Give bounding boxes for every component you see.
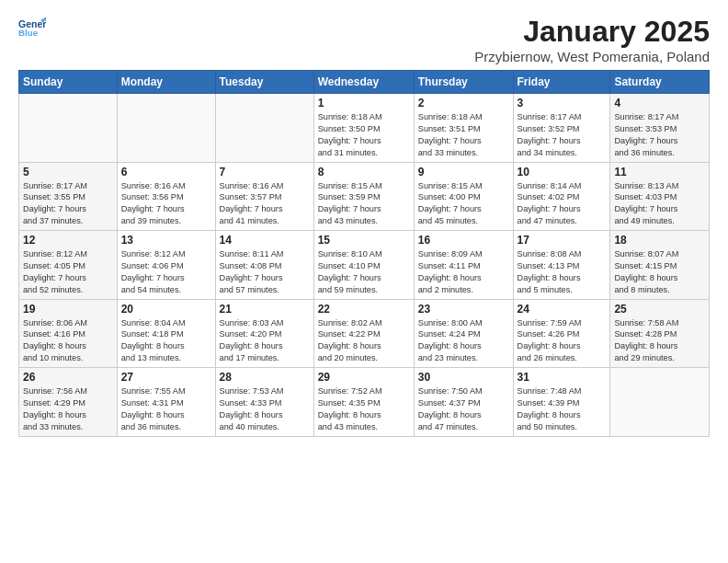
day-number: 24 <box>518 303 607 316</box>
day-number: 28 <box>220 371 310 384</box>
table-row: 29Sunrise: 7:52 AMSunset: 4:35 PMDayligh… <box>313 368 414 437</box>
day-info: Sunrise: 7:59 AMSunset: 4:26 PMDaylight:… <box>518 317 607 365</box>
day-info: Sunrise: 8:04 AMSunset: 4:18 PMDaylight:… <box>121 317 211 365</box>
table-row: 22Sunrise: 8:02 AMSunset: 4:22 PMDayligh… <box>313 299 414 368</box>
day-info: Sunrise: 7:58 AMSunset: 4:28 PMDaylight:… <box>614 317 705 365</box>
day-number: 12 <box>23 234 113 247</box>
header-wednesday: Wednesday <box>313 71 414 94</box>
day-number: 19 <box>23 303 113 316</box>
day-info: Sunrise: 8:08 AMSunset: 4:13 PMDaylight:… <box>518 248 607 296</box>
day-number: 20 <box>121 303 211 316</box>
day-info: Sunrise: 7:48 AMSunset: 4:39 PMDaylight:… <box>518 385 607 433</box>
day-info: Sunrise: 8:18 AMSunset: 3:51 PMDaylight:… <box>418 111 509 159</box>
calendar-subtitle: Przybiernow, West Pomerania, Poland <box>474 49 710 64</box>
day-number: 27 <box>121 371 211 384</box>
day-number: 5 <box>23 166 113 178</box>
logo: General Blue <box>18 15 46 42</box>
table-row <box>117 94 215 163</box>
day-info: Sunrise: 8:13 AMSunset: 4:03 PMDaylight:… <box>614 180 705 228</box>
calendar-week-row: 5Sunrise: 8:17 AMSunset: 3:55 PMDaylight… <box>19 162 710 231</box>
day-info: Sunrise: 8:12 AMSunset: 4:06 PMDaylight:… <box>121 248 211 296</box>
day-info: Sunrise: 7:52 AMSunset: 4:35 PMDaylight:… <box>318 385 410 433</box>
day-info: Sunrise: 8:18 AMSunset: 3:50 PMDaylight:… <box>318 111 410 159</box>
day-info: Sunrise: 7:53 AMSunset: 4:33 PMDaylight:… <box>220 385 310 433</box>
day-info: Sunrise: 8:00 AMSunset: 4:24 PMDaylight:… <box>418 317 509 365</box>
day-info: Sunrise: 8:16 AMSunset: 3:56 PMDaylight:… <box>121 180 211 228</box>
table-row: 12Sunrise: 8:12 AMSunset: 4:05 PMDayligh… <box>19 231 118 300</box>
table-row: 21Sunrise: 8:03 AMSunset: 4:20 PMDayligh… <box>215 299 313 368</box>
table-row: 5Sunrise: 8:17 AMSunset: 3:55 PMDaylight… <box>19 162 118 231</box>
day-number: 3 <box>518 97 607 109</box>
day-info: Sunrise: 8:10 AMSunset: 4:10 PMDaylight:… <box>318 248 410 296</box>
header-thursday: Thursday <box>414 71 513 94</box>
table-row: 8Sunrise: 8:15 AMSunset: 3:59 PMDaylight… <box>313 162 414 231</box>
day-info: Sunrise: 7:55 AMSunset: 4:31 PMDaylight:… <box>121 385 211 433</box>
day-info: Sunrise: 8:12 AMSunset: 4:05 PMDaylight:… <box>23 248 113 296</box>
day-info: Sunrise: 8:02 AMSunset: 4:22 PMDaylight:… <box>318 317 410 365</box>
day-number: 7 <box>220 166 310 178</box>
day-number: 10 <box>518 166 607 178</box>
table-row: 16Sunrise: 8:09 AMSunset: 4:11 PMDayligh… <box>414 231 513 300</box>
table-row: 28Sunrise: 7:53 AMSunset: 4:33 PMDayligh… <box>215 368 313 437</box>
header-friday: Friday <box>513 71 610 94</box>
day-number: 16 <box>418 234 509 247</box>
table-row: 19Sunrise: 8:06 AMSunset: 4:16 PMDayligh… <box>19 299 118 368</box>
day-info: Sunrise: 8:17 AMSunset: 3:55 PMDaylight:… <box>23 180 113 228</box>
table-row: 7Sunrise: 8:16 AMSunset: 3:57 PMDaylight… <box>215 162 313 231</box>
day-info: Sunrise: 8:14 AMSunset: 4:02 PMDaylight:… <box>518 180 607 228</box>
table-row: 9Sunrise: 8:15 AMSunset: 4:00 PMDaylight… <box>414 162 513 231</box>
day-info: Sunrise: 8:11 AMSunset: 4:08 PMDaylight:… <box>220 248 310 296</box>
table-row: 2Sunrise: 8:18 AMSunset: 3:51 PMDaylight… <box>414 94 513 163</box>
header-saturday: Saturday <box>610 71 710 94</box>
day-info: Sunrise: 8:15 AMSunset: 4:00 PMDaylight:… <box>418 180 509 228</box>
day-info: Sunrise: 8:15 AMSunset: 3:59 PMDaylight:… <box>318 180 410 228</box>
day-number: 30 <box>418 371 509 384</box>
page: General Blue January 2025 Przybiernow, W… <box>0 0 728 446</box>
table-row: 17Sunrise: 8:08 AMSunset: 4:13 PMDayligh… <box>513 231 610 300</box>
day-number: 4 <box>614 97 705 109</box>
table-row: 18Sunrise: 8:07 AMSunset: 4:15 PMDayligh… <box>610 231 710 300</box>
table-row: 13Sunrise: 8:12 AMSunset: 4:06 PMDayligh… <box>117 231 215 300</box>
table-row: 3Sunrise: 8:17 AMSunset: 3:52 PMDaylight… <box>513 94 610 163</box>
table-row: 31Sunrise: 7:48 AMSunset: 4:39 PMDayligh… <box>513 368 610 437</box>
table-row: 30Sunrise: 7:50 AMSunset: 4:37 PMDayligh… <box>414 368 513 437</box>
calendar-week-row: 26Sunrise: 7:56 AMSunset: 4:29 PMDayligh… <box>19 368 710 437</box>
table-row: 20Sunrise: 8:04 AMSunset: 4:18 PMDayligh… <box>117 299 215 368</box>
day-number: 18 <box>614 234 705 247</box>
day-number: 15 <box>318 234 410 247</box>
table-row: 23Sunrise: 8:00 AMSunset: 4:24 PMDayligh… <box>414 299 513 368</box>
table-row: 1Sunrise: 8:18 AMSunset: 3:50 PMDaylight… <box>313 94 414 163</box>
day-number: 31 <box>518 371 607 384</box>
table-row: 4Sunrise: 8:17 AMSunset: 3:53 PMDaylight… <box>610 94 710 163</box>
day-number: 25 <box>614 303 705 316</box>
svg-text:Blue: Blue <box>18 28 39 38</box>
table-row: 24Sunrise: 7:59 AMSunset: 4:26 PMDayligh… <box>513 299 610 368</box>
calendar-header-row: Sunday Monday Tuesday Wednesday Thursday… <box>19 71 710 94</box>
table-row: 6Sunrise: 8:16 AMSunset: 3:56 PMDaylight… <box>117 162 215 231</box>
table-row: 25Sunrise: 7:58 AMSunset: 4:28 PMDayligh… <box>610 299 710 368</box>
day-number: 2 <box>418 97 509 109</box>
day-number: 6 <box>121 166 211 178</box>
logo-icon: General Blue <box>18 15 46 42</box>
table-row <box>19 94 118 163</box>
day-info: Sunrise: 8:03 AMSunset: 4:20 PMDaylight:… <box>220 317 310 365</box>
day-info: Sunrise: 8:07 AMSunset: 4:15 PMDaylight:… <box>614 248 705 296</box>
day-number: 14 <box>220 234 310 247</box>
table-row <box>610 368 710 437</box>
table-row: 10Sunrise: 8:14 AMSunset: 4:02 PMDayligh… <box>513 162 610 231</box>
day-info: Sunrise: 8:06 AMSunset: 4:16 PMDaylight:… <box>23 317 113 365</box>
calendar-table: Sunday Monday Tuesday Wednesday Thursday… <box>18 70 710 437</box>
header-sunday: Sunday <box>19 71 118 94</box>
day-info: Sunrise: 7:56 AMSunset: 4:29 PMDaylight:… <box>23 385 113 433</box>
table-row <box>215 94 313 163</box>
calendar-title: January 2025 <box>474 15 710 49</box>
day-number: 8 <box>318 166 410 178</box>
day-info: Sunrise: 7:50 AMSunset: 4:37 PMDaylight:… <box>418 385 509 433</box>
day-number: 9 <box>418 166 509 178</box>
day-number: 29 <box>318 371 410 384</box>
day-number: 1 <box>318 97 410 109</box>
calendar-week-row: 12Sunrise: 8:12 AMSunset: 4:05 PMDayligh… <box>19 231 710 300</box>
day-number: 23 <box>418 303 509 316</box>
table-row: 27Sunrise: 7:55 AMSunset: 4:31 PMDayligh… <box>117 368 215 437</box>
table-row: 11Sunrise: 8:13 AMSunset: 4:03 PMDayligh… <box>610 162 710 231</box>
